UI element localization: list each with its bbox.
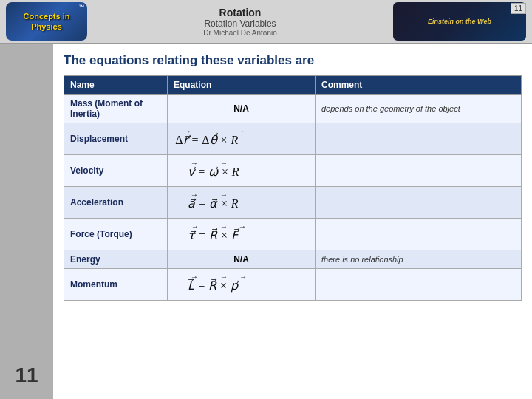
svg-text:→: → [191, 273, 198, 281]
row-comment-0: depends on the geometry of the object [316, 95, 522, 123]
header-title-line1: Rotation [219, 7, 262, 18]
main-content: The equations relating these variables a… [53, 44, 532, 399]
svg-text:→: → [220, 191, 228, 199]
row-equation-0: N/A [168, 95, 316, 123]
svg-text:→: → [220, 273, 228, 281]
row-name-0: Mass (Moment of Inertia) [64, 95, 168, 123]
row-equation-4: τ⃗ = R⃗ × F⃗ → → → [168, 219, 316, 250]
header-center: Rotation Rotation Variables Dr Michael D… [95, 7, 386, 37]
row-comment-1 [316, 123, 522, 155]
row-name-2: Velocity [64, 155, 168, 187]
row-name-3: Acceleration [64, 187, 168, 219]
svg-text:→: → [191, 159, 198, 167]
logo: ™ Concepts in Physics [6, 2, 87, 41]
logo-tm: ™ [78, 4, 84, 10]
table-row: Force (Torque) τ⃗ = R⃗ × F⃗ → → → [64, 219, 522, 250]
row-name-4: Force (Torque) [64, 219, 168, 250]
svg-text:a⃗ = α⃗ × R: a⃗ = α⃗ × R [188, 197, 239, 210]
row-comment-5: there is no relationship [316, 250, 522, 269]
row-equation-6: L⃗ = R⃗ × p⃗ → → → [168, 269, 316, 301]
einstein-text: Einstein on the Web [428, 18, 491, 25]
row-name-1: Displacement [64, 123, 168, 155]
col-header-equation: Equation [168, 76, 316, 95]
row-name-5: Energy [64, 250, 168, 269]
table-row: Acceleration a⃗ = α⃗ × R → → [64, 187, 522, 219]
sidebar: 11 [0, 44, 53, 399]
svg-text:→: → [220, 222, 228, 231]
col-header-name: Name [64, 76, 168, 95]
page-title: The equations relating these variables a… [64, 53, 522, 68]
row-comment-2 [316, 155, 522, 187]
svg-text:→: → [237, 127, 245, 135]
table-row: Velocity v⃗ = ω⃗ × R → → [64, 155, 522, 187]
svg-text:→: → [239, 222, 246, 231]
header-author: Dr Michael De Antonio [203, 29, 277, 37]
col-header-comment: Comment [316, 76, 522, 95]
table-row: Momentum L⃗ = R⃗ × p⃗ → → → [64, 269, 522, 301]
svg-text:v⃗ = ω⃗ × R: v⃗ = ω⃗ × R [188, 166, 240, 178]
svg-text:→: → [191, 222, 199, 231]
svg-text:→: → [191, 191, 198, 199]
row-comment-6 [316, 269, 522, 301]
table-header-row: Name Equation Comment [64, 76, 522, 95]
row-equation-3: a⃗ = α⃗ × R → → [168, 187, 316, 219]
header: ™ Concepts in Physics Rotation Rotation … [0, 0, 532, 44]
row-comment-4 [316, 219, 522, 250]
slide-number-large: 11 [15, 364, 38, 387]
table-row: Displacement Δr⃗ = Δθ⃗ × R → → [64, 123, 522, 155]
row-equation-1: Δr⃗ = Δθ⃗ × R → → [168, 123, 316, 155]
row-equation-2: v⃗ = ω⃗ × R → → [168, 155, 316, 187]
slide-number-badge: 11 [511, 3, 526, 14]
svg-text:→: → [239, 273, 247, 281]
svg-text:→: → [220, 159, 228, 167]
header-title-line2: Rotation Variables [204, 18, 276, 29]
row-comment-3 [316, 187, 522, 219]
table-row: EnergyN/Athere is no relationship [64, 250, 522, 269]
einstein-logo: Einstein on the Web [393, 2, 526, 41]
svg-text:→: → [184, 127, 191, 135]
row-equation-5: N/A [168, 250, 316, 269]
logo-text: Concepts in Physics [24, 11, 70, 33]
equations-table: Name Equation Comment Mass (Moment of In… [64, 75, 522, 301]
table-row: Mass (Moment of Inertia)N/Adepends on th… [64, 95, 522, 123]
row-name-6: Momentum [64, 269, 168, 301]
